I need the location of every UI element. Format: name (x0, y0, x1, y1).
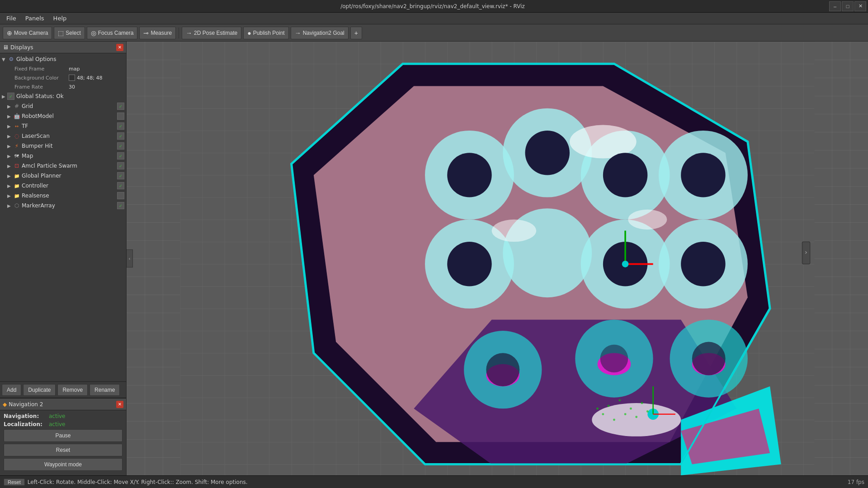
nav2-goal-button[interactable]: →Navigation2 Goal (291, 27, 349, 39)
add-button[interactable]: Add (2, 384, 21, 396)
bumper-hit-item[interactable]: ▶ ⚡ Bumper Hit ✓ (0, 141, 126, 151)
svg-point-35 (692, 342, 726, 375)
measure-button[interactable]: ⊸Measure (139, 27, 176, 39)
frame-rate-row: Frame Rate 30 (0, 82, 126, 91)
interact-button[interactable]: + (350, 27, 362, 39)
laser-scan-check[interactable]: ✓ (117, 132, 124, 140)
status-hint: Left-Click: Rotate. Middle-Click: Move X… (28, 479, 248, 485)
publish-point-button[interactable]: ●Publish Point (243, 27, 289, 39)
close-button[interactable]: ✕ (854, 1, 866, 11)
grid-icon: # (13, 103, 21, 109)
menu-item-file[interactable]: File (2, 14, 21, 23)
svg-point-17 (603, 153, 647, 197)
navigation-row: Navigation: active (4, 413, 123, 419)
svg-point-43 (602, 413, 604, 415)
bumper-hit-icon: ⚡ (13, 143, 21, 149)
amcl-item[interactable]: ▶ ⊡ Amcl Particle Swarm ✓ (0, 161, 126, 171)
pause-button[interactable]: Pause (4, 429, 123, 442)
amcl-check[interactable]: ✓ (117, 162, 124, 169)
waypoint-mode-button[interactable]: Waypoint mode (4, 458, 123, 471)
menu-item-panels[interactable]: Panels (21, 14, 49, 23)
robot-model-item[interactable]: ▶ 🤖 RobotModel (0, 111, 126, 121)
collapse-handle[interactable]: ‹ (127, 249, 133, 267)
marker-array-label: MarkerArray (21, 202, 117, 209)
maximize-button[interactable]: □ (842, 1, 854, 11)
realsense-expand-arrow: ▶ (7, 193, 13, 198)
tf-item[interactable]: ▶ ↔ TF ✓ (0, 121, 126, 131)
displays-close-button[interactable]: ✕ (116, 44, 123, 51)
grid-check[interactable]: ✓ (117, 103, 124, 110)
grid-item[interactable]: ▶ # Grid ✓ (0, 101, 126, 111)
svg-point-46 (618, 399, 621, 401)
global-status-check[interactable]: ✓ (7, 93, 14, 100)
controller-item[interactable]: ▶ 📁 Controller ✓ (0, 181, 126, 191)
bumper-hit-check[interactable]: ✓ (117, 142, 124, 150)
localization-row: Localization: active (4, 421, 123, 427)
nav2-close-button[interactable]: ✕ (116, 401, 123, 408)
nav2-goal-label: Navigation2 Goal (303, 30, 344, 36)
svg-point-33 (486, 353, 519, 386)
robot-model-check[interactable] (117, 113, 124, 120)
realsense-item[interactable]: ▶ 📁 Realsense (0, 191, 126, 201)
publish-point-label: Publish Point (253, 30, 285, 36)
svg-point-16 (525, 131, 570, 175)
laser-scan-item[interactable]: ▶ ◌ LaserScan ✓ (0, 131, 126, 141)
2d-pose-button[interactable]: →2D Pose Estimate (182, 27, 241, 39)
marker-array-check[interactable]: ✓ (117, 202, 124, 209)
global-status-label: Global Status: Ok (14, 93, 124, 99)
viewport[interactable]: › ‹ (127, 42, 868, 475)
title-text: /opt/ros/foxy/share/nav2_bringup/rviz/na… (36, 3, 829, 9)
remove-button[interactable]: Remove (57, 384, 88, 396)
global-planner-item[interactable]: ▶ 📁 Global Planner ✓ (0, 171, 126, 181)
title-bar: /opt/ros/foxy/share/nav2_bringup/rviz/na… (0, 0, 868, 13)
menu-item-help[interactable]: Help (49, 14, 71, 23)
grid-expand-arrow: ▶ (7, 104, 13, 109)
svg-point-13 (492, 220, 536, 242)
navigation-label: Navigation: (4, 413, 49, 419)
focus-camera-icon: ◎ (91, 29, 96, 37)
controller-label: Controller (21, 183, 117, 189)
3d-visualization: › (127, 42, 868, 475)
laser-scan-icon: ◌ (13, 133, 21, 139)
select-label: Select (66, 30, 80, 36)
map-check[interactable]: ✓ (117, 152, 124, 160)
duplicate-button[interactable]: Duplicate (23, 384, 56, 396)
background-color-value[interactable]: 48; 48; 48 (69, 75, 102, 81)
global-options-item[interactable]: ▼ ⚙ Global Options (0, 54, 126, 64)
status-reset-button[interactable]: Reset (4, 479, 25, 486)
robot-model-icon: 🤖 (13, 113, 21, 119)
move-camera-label: Move Camera (14, 30, 48, 36)
svg-point-34 (600, 345, 628, 373)
select-button[interactable]: ⬚Select (54, 27, 85, 39)
tf-check[interactable]: ✓ (117, 122, 124, 130)
svg-point-49 (635, 416, 637, 418)
select-icon: ⬚ (58, 29, 64, 37)
displays-header: 🖥 Displays ✕ (0, 42, 126, 53)
global-planner-check[interactable]: ✓ (117, 172, 124, 179)
2d-pose-label: 2D Pose Estimate (194, 30, 237, 36)
frame-rate-value[interactable]: 30 (69, 84, 75, 90)
displays-buttons: Add Duplicate Remove Rename (0, 381, 126, 398)
global-status-item[interactable]: ▶ ✓ Global Status: Ok (0, 91, 126, 101)
minimize-button[interactable]: – (829, 1, 841, 11)
realsense-check[interactable] (117, 192, 124, 199)
controller-check[interactable]: ✓ (117, 182, 124, 189)
move-camera-button[interactable]: ⊕Move Camera (3, 27, 52, 39)
marker-array-item[interactable]: ▶ ⬡ MarkerArray ✓ (0, 201, 126, 211)
fixed-frame-value[interactable]: map (69, 66, 80, 72)
reset-nav2-button[interactable]: Reset (4, 444, 123, 456)
focus-camera-button[interactable]: ◎Focus Camera (87, 27, 138, 39)
global-planner-label: Global Planner (21, 173, 117, 179)
robot-model-label: RobotModel (21, 113, 117, 119)
svg-point-42 (596, 408, 599, 410)
grid-label: Grid (21, 103, 117, 109)
global-options-expand-arrow: ▼ (2, 57, 7, 62)
rename-button[interactable]: Rename (90, 384, 120, 396)
global-status-expand-arrow: ▶ (2, 94, 7, 99)
map-item[interactable]: ▶ 🗺 Map ✓ (0, 151, 126, 161)
realsense-label: Realsense (21, 192, 117, 199)
robot-model-expand-arrow: ▶ (7, 114, 13, 119)
nav2-title-label: Navigation 2 (9, 401, 43, 408)
amcl-expand-arrow: ▶ (7, 164, 13, 169)
toolbar: ⊕Move Camera⬚Select◎Focus Camera⊸Measure… (0, 24, 868, 42)
